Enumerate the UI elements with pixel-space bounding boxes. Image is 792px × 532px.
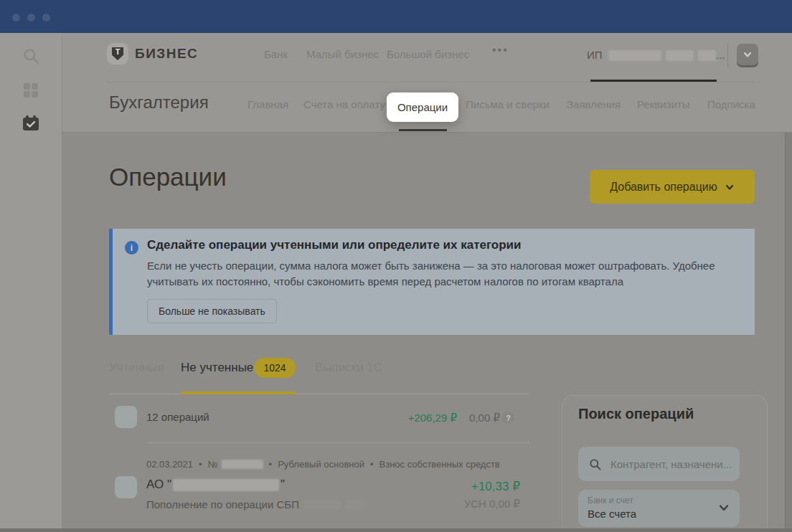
operation-tax: УСН 0,00 ₽ <box>464 498 520 510</box>
info-icon: i <box>125 241 138 255</box>
bullet-separator: • <box>370 459 374 470</box>
operation-date: 02.03.2021 <box>146 459 193 470</box>
redacted-text <box>222 460 263 469</box>
banner-title: Сделайте операции учтенными или определи… <box>147 238 521 252</box>
active-tab-indicator <box>399 129 447 131</box>
logo-letter: Т <box>116 47 121 57</box>
brand-logo-icon[interactable]: Т <box>107 43 128 65</box>
redacted-text <box>698 50 716 61</box>
description-text: Пополнение по операции СБП <box>146 498 299 510</box>
chevron-down-icon <box>742 49 753 60</box>
unaccounted-count-badge: 1024 <box>254 358 296 378</box>
select-label: Банк и счет <box>588 495 633 505</box>
chevron-down-icon <box>717 500 731 515</box>
tab-accounted[interactable]: Учтенные <box>109 361 164 375</box>
profile-dropdown-button[interactable] <box>737 44 758 65</box>
row-checkbox[interactable] <box>115 476 137 498</box>
tab-main[interactable]: Главная <box>248 98 288 110</box>
window-edge <box>0 528 792 532</box>
divider <box>109 394 529 394</box>
search-field[interactable] <box>578 447 740 481</box>
bank-account-select[interactable]: Банк и счет Все счета <box>578 490 740 527</box>
operation-meta: 02.03.2021 • № • Рублевый основной • Взн… <box>146 459 500 470</box>
profile-name-prefix[interactable]: ИП <box>587 49 603 61</box>
chevron-down-icon <box>725 182 735 192</box>
name-suffix: " <box>280 478 285 492</box>
redacted-text <box>173 479 279 491</box>
divider <box>62 132 792 133</box>
profile-name-truncation: ... <box>716 49 725 61</box>
search-operations-panel: Поиск операций Банк и счет Все счета <box>562 395 768 532</box>
divider <box>727 43 728 67</box>
topnav-bank[interactable]: Банк <box>264 48 288 60</box>
search-icon <box>588 457 602 471</box>
info-banner: i Сделайте операции учтенными или опреде… <box>109 229 755 335</box>
account-name: Рублевый основной <box>278 459 364 470</box>
apps-grid-icon[interactable] <box>21 80 41 100</box>
tab-1c-statements[interactable]: Выписки 1С <box>315 361 382 375</box>
add-operation-button[interactable]: Добавить операцию <box>590 170 755 204</box>
operation-category: Взнос собственных средств <box>380 459 500 470</box>
left-sidebar <box>0 33 62 532</box>
select-all-checkbox[interactable] <box>115 406 137 428</box>
window-titlebar <box>0 0 792 33</box>
operation-description: Пополнение по операции СБП <box>146 498 361 510</box>
tab-unaccounted[interactable]: Не учтенные <box>181 361 253 375</box>
search-input[interactable] <box>610 458 732 470</box>
name-prefix: АО " <box>146 478 171 492</box>
bullet-separator: • <box>269 459 273 470</box>
search-panel-title: Поиск операций <box>578 406 694 422</box>
banner-body: Если не учесть операции, сумма налога мо… <box>147 258 753 289</box>
window-control-icon[interactable] <box>42 14 50 22</box>
tab-invoices[interactable]: Счета на оплату <box>303 98 385 110</box>
divider <box>146 442 529 443</box>
page-title: Операции <box>109 163 227 191</box>
window-control-icon[interactable] <box>27 14 35 22</box>
calendar-check-icon[interactable] <box>21 113 41 133</box>
section-title: Бухгалтерия <box>109 92 209 113</box>
window-control-icon[interactable] <box>12 14 20 22</box>
more-menu-icon[interactable]: ••• <box>492 44 509 57</box>
redacted-text <box>666 50 694 61</box>
bullet-separator: • <box>199 459 202 470</box>
tab-subscription[interactable]: Подписка <box>707 98 755 110</box>
divider <box>107 82 755 82</box>
search-icon[interactable] <box>21 46 41 66</box>
tab-requisites[interactable]: Реквизиты <box>637 98 690 110</box>
number-sign: № <box>208 459 218 470</box>
redacted-text <box>608 50 661 61</box>
operation-amount: +10,33 ₽ <box>471 479 520 494</box>
topnav-big-business[interactable]: Большой бизнес <box>387 48 469 60</box>
select-value: Все счета <box>588 508 636 520</box>
topnav-small-business[interactable]: Малый бизнес <box>306 48 379 60</box>
active-tab-indicator <box>181 391 296 394</box>
tab-operations-spotlight[interactable]: Операции <box>387 92 458 122</box>
tab-applications[interactable]: Заявления <box>567 98 621 110</box>
tab-letters[interactable]: Письма и сверки <box>466 98 550 110</box>
counterparty-name[interactable]: АО " " <box>146 478 285 492</box>
add-operation-label: Добавить операцию <box>610 181 717 194</box>
app-window: Т БИЗНЕС Банк Малый бизнес Большой бизне… <box>0 0 792 532</box>
window-edge <box>785 133 792 532</box>
redacted-text <box>345 500 361 509</box>
group-income-amount: +206,29 ₽ <box>408 412 457 424</box>
redacted-text <box>303 500 341 509</box>
brand-name: БИЗНЕС <box>135 46 198 62</box>
operations-count: 12 операций <box>146 411 209 423</box>
group-tax-amount: 0,00 ₽ <box>469 412 500 424</box>
help-icon[interactable]: ? <box>502 412 514 424</box>
dismiss-banner-button[interactable]: Больше не показывать <box>147 299 277 323</box>
